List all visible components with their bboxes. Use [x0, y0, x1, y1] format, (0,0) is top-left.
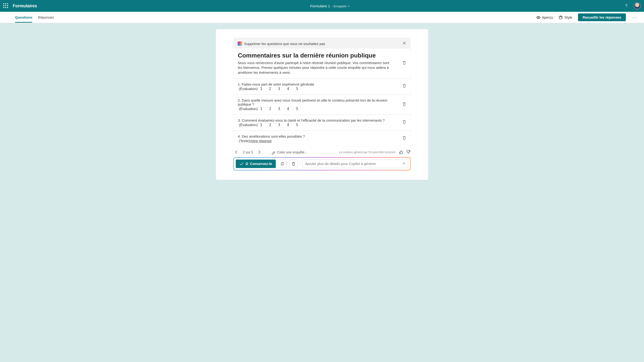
svg-point-2: [560, 16, 561, 17]
question-card[interactable]: 1. Faites-nous part de votre expérience …: [234, 79, 410, 94]
copilot-banner-text: Supprimer les questions que vous ne souh…: [244, 42, 325, 46]
prev-suggestion-button[interactable]: [233, 150, 240, 155]
question-text: 1. Faites-nous part de votre expérience …: [238, 82, 406, 86]
tab-questions[interactable]: Questions: [15, 12, 32, 22]
next-suggestion-button[interactable]: [256, 150, 262, 155]
check-icon: [240, 162, 244, 166]
pencil-icon: [271, 150, 276, 154]
style-label: Style: [564, 15, 572, 19]
question-text: 4. Des améliorations sont-elles possible…: [238, 134, 406, 138]
ai-disclaimer: Le contenu généré par l'IA peut être inc…: [339, 150, 396, 154]
question-text: 3. Comment évalueriez-vous la clarté et …: [238, 118, 406, 122]
form-header-card: Commentaires sur la dernière réunion pub…: [234, 48, 410, 78]
trash-icon: [402, 60, 407, 65]
form-description[interactable]: Nous vous remercions d'avoir participé à…: [238, 60, 406, 75]
question-meta: (Évaluation) 1 2 3 4 5: [238, 123, 406, 127]
refresh-icon: [280, 162, 284, 166]
app-name: Formulaires: [13, 4, 37, 8]
form-page: Supprimer les questions que vous ne souh…: [216, 29, 428, 180]
app-launcher-icon[interactable]: [3, 3, 8, 8]
thumbs-down-button[interactable]: [406, 150, 411, 155]
pager-label: 2 sur 3: [243, 150, 253, 154]
copilot-action-bar: D Conservez-le: [233, 157, 411, 170]
send-button[interactable]: [402, 161, 406, 166]
form-title[interactable]: Commentaires sur la dernière réunion pub…: [238, 52, 406, 59]
trash-icon: [402, 84, 407, 88]
copilot-footer: 2 sur 3 Créer une enquête... Le contenu …: [233, 150, 411, 155]
tab-responses[interactable]: Réponses: [38, 12, 54, 22]
keep-label: Conservez-le: [250, 162, 272, 166]
create-survey-button[interactable]: Créer une enquête...: [271, 150, 307, 154]
delete-question-button[interactable]: [402, 102, 407, 108]
preview-label: Aperçu: [542, 15, 553, 19]
discard-button[interactable]: [289, 160, 298, 168]
thumbs-up-icon: [399, 150, 403, 154]
arrow-right-icon: [402, 161, 406, 166]
copilot-prompt-input[interactable]: [305, 162, 402, 166]
copilot-logo-icon: [238, 42, 242, 46]
question-card[interactable]: 3. Comment évalueriez-vous la clarté et …: [234, 115, 410, 130]
stage: Supprimer les questions que vous ne souh…: [0, 23, 644, 362]
delete-question-button[interactable]: [402, 120, 407, 126]
chevron-right-icon: [257, 150, 262, 154]
question-meta: (Texte)Votre réponse: [238, 139, 406, 143]
svg-point-1: [560, 17, 560, 17]
thumbs-up-button[interactable]: [399, 150, 403, 155]
top-bar: Formulaires Formulaire 1 - Enregistré ?: [0, 0, 644, 12]
question-card[interactable]: 4. Des améliorations sont-elles possible…: [234, 131, 410, 146]
separator: [300, 160, 300, 167]
help-icon[interactable]: ?: [623, 2, 630, 10]
thumbs-down-icon: [406, 150, 411, 154]
palette-icon: [559, 15, 563, 20]
trash-icon: [402, 120, 407, 124]
copilot-panel: Supprimer les questions que vous ne souh…: [233, 38, 411, 146]
toolbar: Questions Réponses Aperçu Style Recueill…: [0, 12, 644, 23]
style-button[interactable]: Style: [559, 15, 572, 20]
copilot-prompt-field[interactable]: [302, 160, 408, 168]
more-icon[interactable]: ···: [632, 15, 638, 20]
delete-question-button[interactable]: [402, 84, 407, 89]
tabs: Questions Réponses: [6, 12, 54, 22]
chevron-left-icon: [234, 150, 238, 154]
delete-question-button[interactable]: [402, 136, 407, 142]
avatar[interactable]: [634, 2, 641, 10]
trash-icon: [402, 102, 407, 106]
document-title[interactable]: Formulaire 1 - Enregistré: [41, 4, 619, 8]
svg-point-3: [561, 17, 562, 17]
collect-responses-button[interactable]: Recueillir les réponses: [578, 14, 626, 21]
question-meta: (Évaluation) 1 2 3 4 5: [238, 107, 406, 111]
eye-icon: [536, 15, 540, 20]
delete-header-button[interactable]: [402, 60, 407, 66]
preview-button[interactable]: Aperçu: [536, 15, 553, 20]
saved-state: - Enregistré: [332, 5, 350, 8]
question-meta: (Évaluation) 1 2 3 4 5: [238, 87, 406, 91]
trash-icon: [291, 162, 295, 166]
keep-button[interactable]: D Conservez-le: [236, 160, 276, 168]
document-name: Formulaire 1: [310, 4, 330, 8]
close-icon[interactable]: [402, 41, 406, 46]
chevron-down-icon: [347, 5, 350, 8]
question-text: 2. Dans quelle mesure avez-vous trouvé p…: [238, 98, 406, 106]
trash-icon: [402, 136, 407, 140]
svg-point-0: [538, 17, 539, 18]
question-card[interactable]: 2. Dans quelle mesure avez-vous trouvé p…: [234, 95, 410, 114]
regenerate-button[interactable]: [278, 160, 287, 168]
copilot-banner: Supprimer les questions que vous ne souh…: [233, 38, 411, 48]
create-survey-label: Créer une enquête...: [277, 150, 307, 154]
